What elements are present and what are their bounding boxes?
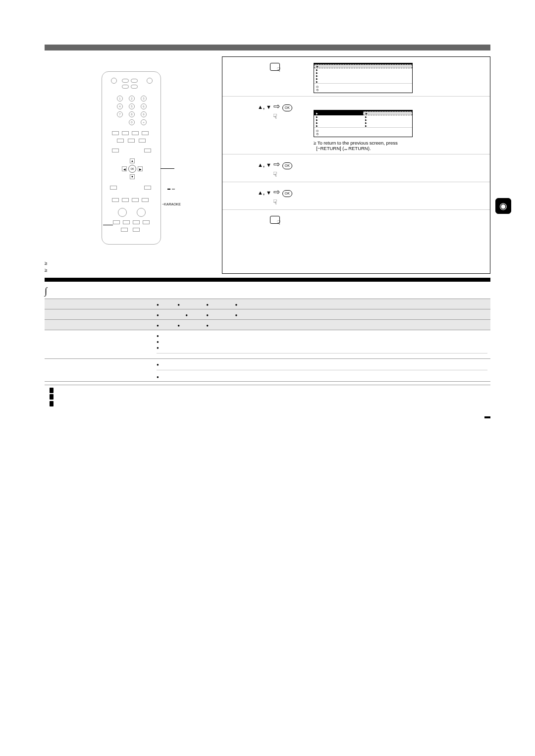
page-number [484,416,490,418]
disc-menu-screenshot: ◎ ⟲ [314,110,413,137]
ok-icon: OK [282,104,292,111]
steps-panel: ◎ ⟲ ▲, ▼ ⇨ OK ☟ [222,56,490,274]
tag-pt465 [167,189,170,190]
note-2 [45,266,218,273]
left-column: 123 456 789 0+ ▲ ▼ ◀ ▶ OK [45,56,218,274]
tag-pt460 [172,189,175,190]
page-title [45,45,490,50]
setup-button-icon [270,63,280,71]
disc-menu-heading [45,286,490,297]
disc-icon: ◉ [495,198,511,214]
disc-menu-table [45,299,490,382]
setup-button-icon-2 [270,216,280,224]
remote-diagram: 123 456 789 0+ ▲ ▼ ◀ ▶ OK [102,71,161,245]
main-menu-screenshot: ◎ ⟲ [314,63,413,93]
note-1 [45,259,218,266]
footnotes [45,385,490,407]
quick-setup-banner [45,278,490,282]
